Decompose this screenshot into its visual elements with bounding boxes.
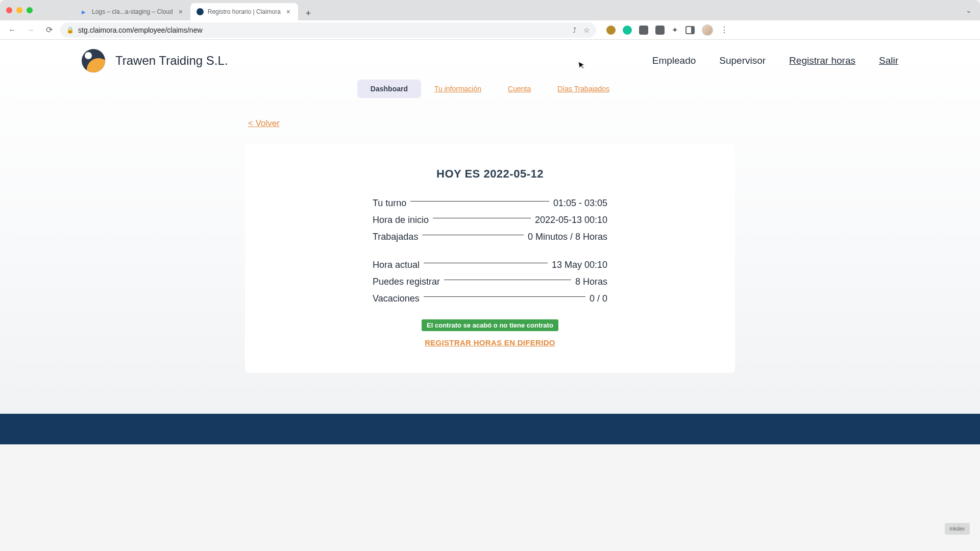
close-window-icon[interactable] bbox=[6, 7, 12, 13]
side-panel-icon[interactable] bbox=[685, 26, 695, 34]
share-icon[interactable]: ⤴ bbox=[573, 26, 576, 34]
forward-icon[interactable]: → bbox=[23, 23, 38, 37]
nav-salir[interactable]: Salir bbox=[879, 55, 898, 66]
company-logo[interactable] bbox=[82, 49, 105, 72]
row-divider bbox=[422, 235, 524, 235]
page-body: Trawen Traiding S.L. Empleado Supervisor… bbox=[0, 40, 980, 444]
new-tab-button[interactable]: + bbox=[301, 6, 315, 20]
star-icon[interactable]: ☆ bbox=[583, 26, 590, 34]
row-divider bbox=[424, 263, 548, 263]
row-label: Hora de inicio bbox=[373, 215, 429, 226]
site-header: Trawen Traiding S.L. Empleado Supervisor… bbox=[0, 40, 980, 77]
extension-1-icon[interactable] bbox=[606, 26, 616, 35]
info-rows: Tu turno 01:05 - 03:05 Hora de inicio 20… bbox=[373, 198, 607, 304]
row-divider bbox=[410, 201, 549, 202]
subnav-tu-informacion[interactable]: Tu información bbox=[421, 80, 495, 98]
close-tab-icon[interactable]: × bbox=[177, 8, 184, 15]
row-puedes-registrar: Puedes registrar 8 Horas bbox=[373, 277, 607, 287]
favicon-gcloud: ▶ bbox=[80, 8, 88, 16]
lock-icon: 🔒 bbox=[66, 27, 74, 34]
window-controls bbox=[6, 7, 33, 13]
contract-status-badge: El contrato se acabó o no tiene contrato bbox=[422, 319, 558, 331]
tab-title: Logs – cla...a-staging – Cloud bbox=[92, 8, 173, 15]
tab-logs[interactable]: ▶ Logs – cla...a-staging – Cloud × bbox=[74, 3, 190, 20]
register-deferred-link[interactable]: REGISTRAR HORAS EN DIFERIDO bbox=[425, 338, 555, 347]
tab-claimora[interactable]: Registro horario | Claimora × bbox=[190, 3, 298, 20]
nav-empleado[interactable]: Empleado bbox=[652, 55, 696, 66]
extension-4-icon[interactable] bbox=[655, 26, 665, 35]
row-value: 01:05 - 03:05 bbox=[553, 198, 607, 209]
row-label: Trabajadas bbox=[373, 232, 418, 242]
row-value: 0 Minutos / 8 Horas bbox=[528, 232, 607, 242]
maximize-window-icon[interactable] bbox=[27, 7, 33, 13]
url-text: stg.claimora.com/employee/claims/new bbox=[78, 26, 203, 34]
subnav-cuenta[interactable]: Cuenta bbox=[495, 80, 544, 98]
row-label: Vacaciones bbox=[373, 293, 420, 304]
summary-card: HOY ES 2022-05-12 Tu turno 01:05 - 03:05… bbox=[245, 144, 735, 373]
main-nav: Empleado Supervisor Registrar horas Sali… bbox=[652, 55, 898, 66]
company-name: Trawen Traiding S.L. bbox=[115, 54, 228, 68]
row-label: Tu turno bbox=[373, 198, 406, 209]
extension-grammarly-icon[interactable] bbox=[623, 26, 632, 35]
row-vacaciones: Vacaciones 0 / 0 bbox=[373, 293, 607, 304]
row-hora-actual: Hora actual 13 May 00:10 bbox=[373, 260, 607, 270]
row-value: 8 Horas bbox=[575, 277, 607, 287]
nav-registrar-horas[interactable]: Registrar horas bbox=[789, 55, 855, 66]
nav-supervisor[interactable]: Supervisor bbox=[719, 55, 766, 66]
favicon-claimora bbox=[197, 8, 204, 15]
url-field[interactable]: 🔒 stg.claimora.com/employee/claims/new ⤴… bbox=[60, 22, 596, 38]
main-container: < Volver HOY ES 2022-05-12 Tu turno 01:0… bbox=[235, 118, 745, 393]
sub-nav: Dashboard Tu información Cuenta Días Tra… bbox=[0, 80, 980, 98]
address-bar: ← → ⟳ 🔒 stg.claimora.com/employee/claims… bbox=[0, 20, 980, 40]
row-label: Puedes registrar bbox=[373, 277, 440, 287]
close-tab-icon[interactable]: × bbox=[285, 8, 292, 15]
row-divider bbox=[424, 296, 585, 297]
site-footer bbox=[0, 414, 980, 444]
row-label: Hora actual bbox=[373, 260, 420, 270]
subnav-dias-trabajados[interactable]: Días Trabajados bbox=[544, 80, 623, 98]
back-link[interactable]: < Volver bbox=[248, 118, 280, 129]
browser-tab-strip: ▶ Logs – cla...a-staging – Cloud × Regis… bbox=[0, 0, 980, 20]
tab-title: Registro horario | Claimora bbox=[208, 8, 281, 15]
row-value: 2022-05-13 00:10 bbox=[535, 215, 607, 226]
card-heading: HOY ES 2022-05-12 bbox=[286, 167, 694, 181]
back-icon[interactable]: ← bbox=[5, 23, 19, 37]
row-divider bbox=[444, 280, 571, 280]
reload-icon[interactable]: ⟳ bbox=[42, 23, 56, 37]
extensions-icon[interactable]: ✦ bbox=[672, 26, 678, 35]
row-turno: Tu turno 01:05 - 03:05 bbox=[373, 198, 607, 209]
minimize-window-icon[interactable] bbox=[16, 7, 22, 13]
row-value: 13 May 00:10 bbox=[552, 260, 607, 270]
profile-avatar[interactable] bbox=[702, 24, 713, 36]
tab-list: ▶ Logs – cla...a-staging – Cloud × Regis… bbox=[74, 0, 315, 20]
row-value: 0 / 0 bbox=[590, 293, 607, 304]
toolbar-extensions: ✦ ⋮ bbox=[606, 24, 728, 36]
row-trabajadas: Trabajadas 0 Minutos / 8 Horas bbox=[373, 232, 607, 242]
tab-overflow[interactable]: ⌄ bbox=[966, 6, 972, 15]
row-hora-inicio: Hora de inicio 2022-05-13 00:10 bbox=[373, 215, 607, 226]
subnav-dashboard[interactable]: Dashboard bbox=[357, 80, 421, 98]
row-divider bbox=[433, 218, 531, 218]
extension-3-icon[interactable] bbox=[639, 26, 648, 35]
chrome-menu-icon[interactable]: ⋮ bbox=[720, 25, 728, 35]
